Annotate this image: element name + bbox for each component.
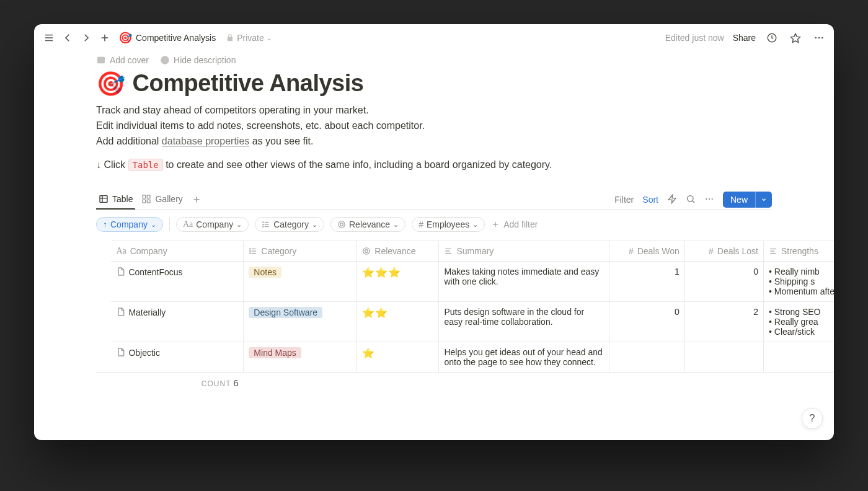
filters-row: ↑ Company ⌄ Aa Company ⌄ Category ⌄ Rele… [96, 210, 772, 241]
table-row[interactable]: ContentFocusNotes⭐⭐⭐Makes taking notes i… [96, 262, 834, 302]
column-header-strengths[interactable]: Strengths [763, 241, 834, 262]
list-item: Clear/stick [769, 327, 834, 337]
cell-category[interactable]: Notes [244, 262, 357, 302]
more-icon[interactable] [812, 30, 826, 45]
help-button[interactable]: ? [802, 408, 823, 429]
chevron-down-icon: ⌄ [236, 221, 242, 229]
cell-deals-lost[interactable]: 2 [684, 302, 763, 342]
lines-icon [769, 247, 777, 255]
back-icon[interactable] [60, 30, 75, 45]
chevron-down-icon: ⌄ [312, 221, 317, 229]
hide-description-button[interactable]: Hide description [160, 55, 236, 65]
plus-icon [491, 220, 500, 229]
cell-relevance[interactable]: ⭐ [357, 342, 439, 373]
new-dropdown-icon[interactable] [755, 192, 772, 208]
svg-point-24 [706, 198, 707, 200]
new-button[interactable]: New [723, 192, 772, 208]
lines-icon [444, 247, 453, 255]
view-more-icon[interactable] [704, 194, 714, 206]
add-cover-button[interactable]: Add cover [96, 55, 149, 65]
table-row[interactable]: MateriallyDesign Software⭐⭐Puts design s… [96, 302, 834, 342]
strengths-list: Strong SEOReally greaClear/stick [769, 307, 834, 337]
view-tab-gallery[interactable]: Gallery [139, 190, 185, 209]
column-header-summary[interactable]: Summary [439, 241, 609, 262]
cell-deals-won[interactable]: 0 [609, 302, 684, 342]
column-header-deals-lost[interactable]: #Deals Lost [684, 241, 763, 262]
count-row: COUNT6 [96, 373, 834, 394]
cell-deals-lost[interactable]: 0 [684, 262, 763, 302]
database-properties-link[interactable]: database properties [162, 136, 249, 147]
app-window: 🎯 Competitive Analysis Private ⌄ Edited … [34, 24, 834, 440]
add-view-button[interactable] [189, 192, 204, 207]
svg-rect-16 [148, 195, 151, 198]
column-header-company[interactable]: AaCompany [111, 241, 243, 262]
new-page-icon[interactable] [97, 30, 112, 45]
svg-point-9 [822, 37, 823, 39]
cell-summary[interactable]: Puts design software in the cloud for ea… [439, 302, 609, 342]
page-icon [116, 307, 126, 317]
filter-chip-category[interactable]: Category ⌄ [255, 217, 324, 232]
svg-rect-15 [143, 195, 146, 198]
cell-deals-won[interactable]: 1 [609, 262, 684, 302]
cell-category[interactable]: Mind Maps [244, 342, 357, 373]
svg-point-7 [815, 37, 817, 39]
list-icon [262, 220, 270, 229]
svg-point-44 [365, 250, 368, 253]
svg-rect-12 [100, 196, 107, 203]
cell-strengths[interactable]: Strong SEOReally greaClear/stick [763, 302, 834, 342]
breadcrumb[interactable]: 🎯 Competitive Analysis [116, 31, 218, 45]
count-cell[interactable]: COUNT6 [111, 373, 243, 394]
page-actions: Add cover Hide description [96, 51, 772, 69]
svg-point-41 [250, 251, 250, 252]
filter-chip-employees[interactable]: # Employees ⌄ [412, 217, 485, 232]
add-filter-button[interactable]: Add filter [491, 219, 538, 229]
svg-rect-17 [143, 200, 146, 203]
cell-deals-won[interactable] [609, 342, 684, 373]
chevron-down-icon: ⌄ [472, 221, 478, 229]
sort-chip-company[interactable]: ↑ Company ⌄ [96, 217, 163, 232]
filter-chip-relevance[interactable]: Relevance ⌄ [330, 217, 405, 232]
cell-relevance[interactable]: ⭐⭐ [357, 302, 439, 342]
page-emoji-icon[interactable]: 🎯 [96, 72, 125, 95]
svg-point-33 [339, 221, 345, 228]
search-icon[interactable] [686, 194, 696, 206]
svg-point-11 [161, 56, 169, 64]
share-button[interactable]: Share [733, 33, 756, 43]
topbar: 🎯 Competitive Analysis Private ⌄ Edited … [34, 24, 834, 51]
cell-category[interactable]: Design Software [244, 302, 357, 342]
cell-company[interactable]: Objectic [111, 342, 243, 373]
cell-summary[interactable]: Makes taking notes immediate and easy wi… [439, 262, 609, 302]
privacy-label: Private [237, 33, 264, 43]
image-icon [96, 55, 106, 65]
column-header-deals-won[interactable]: #Deals Won [609, 241, 684, 262]
updates-icon[interactable] [764, 30, 779, 45]
cell-deals-lost[interactable] [684, 342, 763, 373]
database-table: AaCompany Category Relevance Summary #De… [96, 241, 834, 393]
relevance-stars: ⭐ [362, 348, 375, 358]
forward-icon[interactable] [79, 30, 94, 45]
cell-relevance[interactable]: ⭐⭐⭐ [357, 262, 439, 302]
column-header-category[interactable]: Category [244, 241, 357, 262]
page-title[interactable]: 🎯 Competitive Analysis [96, 70, 772, 97]
target-icon [362, 247, 371, 255]
gallery-icon [141, 194, 151, 204]
cell-company[interactable]: ContentFocus [111, 262, 243, 302]
filter-button[interactable]: Filter [614, 195, 634, 205]
favorite-icon[interactable] [788, 30, 803, 45]
menu-icon[interactable] [42, 30, 56, 45]
cell-company[interactable]: Materially [111, 302, 243, 342]
sort-button[interactable]: Sort [642, 195, 658, 205]
automations-icon[interactable] [667, 194, 677, 206]
filter-chip-company[interactable]: Aa Company ⌄ [176, 217, 249, 232]
privacy-button[interactable]: Private ⌄ [226, 33, 272, 43]
page-description[interactable]: Track and stay ahead of competitors oper… [96, 103, 772, 173]
svg-point-8 [818, 37, 820, 39]
column-header-relevance[interactable]: Relevance [357, 241, 439, 262]
cell-strengths[interactable] [763, 342, 834, 373]
cell-strengths[interactable]: Really nimbShipping sMomentum after fund… [763, 262, 834, 302]
text-prop-icon: Aa [116, 246, 126, 256]
page-icon [116, 267, 126, 276]
cell-summary[interactable]: Helps you get ideas out of your head and… [439, 342, 609, 373]
view-tab-table[interactable]: Table [96, 190, 135, 209]
table-row[interactable]: ObjecticMind Maps⭐Helps you get ideas ou… [96, 342, 834, 373]
